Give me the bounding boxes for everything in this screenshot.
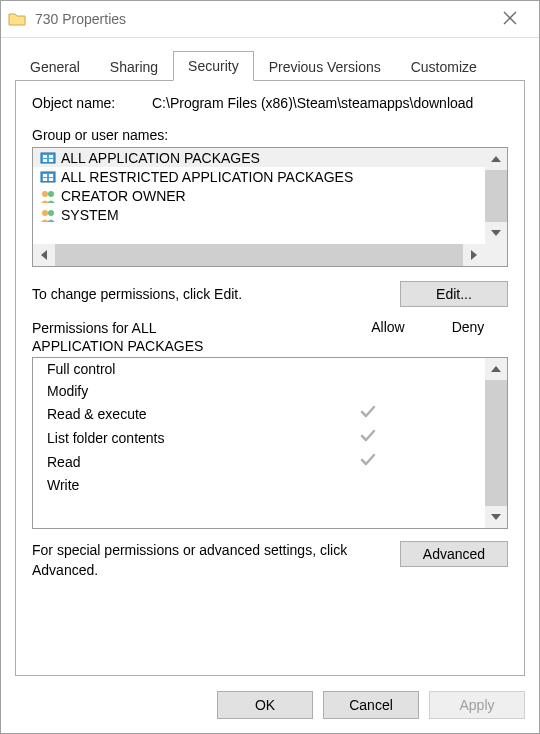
list-item[interactable]: ALL APPLICATION PACKAGES xyxy=(33,148,485,167)
check-icon xyxy=(360,453,376,467)
group-names-label: Group or user names: xyxy=(32,127,508,143)
titlebar: 730 Properties xyxy=(1,1,539,38)
perm-name: Full control xyxy=(47,361,329,377)
list-item-label: CREATOR OWNER xyxy=(61,188,186,204)
tab-customize[interactable]: Customize xyxy=(396,52,492,81)
svg-rect-9 xyxy=(49,178,53,181)
scroll-thumb[interactable] xyxy=(485,170,507,222)
advanced-button[interactable]: Advanced xyxy=(400,541,508,567)
scroll-thumb[interactable] xyxy=(485,380,507,506)
perm-name: List folder contents xyxy=(47,430,329,446)
scroll-corner xyxy=(485,244,507,266)
tab-sharing[interactable]: Sharing xyxy=(95,52,173,81)
edit-hint-text: To change permissions, click Edit. xyxy=(32,286,400,302)
properties-dialog: 730 Properties General Sharing Security … xyxy=(0,0,540,734)
list-item[interactable]: ALL RESTRICTED APPLICATION PACKAGES xyxy=(33,167,485,186)
perm-name: Read xyxy=(47,454,329,470)
perm-row: Read xyxy=(33,450,485,474)
svg-rect-3 xyxy=(43,159,47,162)
apply-button[interactable]: Apply xyxy=(429,691,525,719)
perm-title-line2: APPLICATION PACKAGES xyxy=(32,338,203,354)
permissions-listbox[interactable]: Full control Modify Read & execute xyxy=(32,357,508,529)
perm-name: Modify xyxy=(47,383,329,399)
dialog-body: General Sharing Security Previous Versio… xyxy=(1,38,539,676)
svg-point-12 xyxy=(42,210,48,216)
tab-general[interactable]: General xyxy=(15,52,95,81)
list-item-label: ALL APPLICATION PACKAGES xyxy=(61,150,260,166)
people-icon xyxy=(39,188,57,204)
edit-button[interactable]: Edit... xyxy=(400,281,508,307)
folder-icon xyxy=(7,9,27,29)
horizontal-scrollbar[interactable] xyxy=(33,244,507,266)
scroll-thumb[interactable] xyxy=(55,244,463,266)
check-icon xyxy=(360,405,376,419)
svg-rect-7 xyxy=(49,174,53,177)
advanced-hint-row: For special permissions or advanced sett… xyxy=(32,541,508,580)
svg-point-10 xyxy=(42,191,48,197)
user-list-inner: ALL APPLICATION PACKAGES ALL RESTRICTED … xyxy=(33,148,485,244)
list-item-label: ALL RESTRICTED APPLICATION PACKAGES xyxy=(61,169,353,185)
svg-rect-2 xyxy=(49,155,53,158)
tab-security[interactable]: Security xyxy=(173,51,254,81)
cancel-button[interactable]: Cancel xyxy=(323,691,419,719)
scroll-up-icon[interactable] xyxy=(485,148,507,170)
dialog-footer: OK Cancel Apply xyxy=(1,676,539,733)
edit-hint-row: To change permissions, click Edit. Edit.… xyxy=(32,281,508,307)
scroll-down-icon[interactable] xyxy=(485,506,507,528)
close-icon[interactable] xyxy=(487,11,533,28)
tab-panel-security: Object name: C:\Program Files (x86)\Stea… xyxy=(15,80,525,676)
vertical-scrollbar[interactable] xyxy=(485,148,507,244)
perm-row: Full control xyxy=(33,358,485,380)
svg-rect-1 xyxy=(43,155,47,158)
perm-name: Write xyxy=(47,477,329,493)
object-name-label: Object name: xyxy=(32,95,152,111)
list-item-label: SYSTEM xyxy=(61,207,119,223)
list-item[interactable]: SYSTEM xyxy=(33,205,485,224)
deny-column-header: Deny xyxy=(428,319,508,355)
vertical-scrollbar[interactable] xyxy=(485,358,507,528)
check-icon xyxy=(360,429,376,443)
svg-rect-6 xyxy=(43,174,47,177)
perm-title-line1: Permissions for ALL xyxy=(32,320,157,336)
list-item[interactable]: CREATOR OWNER xyxy=(33,186,485,205)
object-name-row: Object name: C:\Program Files (x86)\Stea… xyxy=(32,95,508,111)
advanced-hint-text: For special permissions or advanced sett… xyxy=(32,541,400,580)
permissions-inner: Full control Modify Read & execute xyxy=(33,358,485,528)
package-icon xyxy=(39,150,57,166)
svg-point-13 xyxy=(48,210,54,216)
package-icon xyxy=(39,169,57,185)
perm-name: Read & execute xyxy=(47,406,329,422)
perm-row: List folder contents xyxy=(33,426,485,450)
permissions-for-label: Permissions for ALL APPLICATION PACKAGES xyxy=(32,319,348,355)
tabstrip: General Sharing Security Previous Versio… xyxy=(15,50,525,80)
scroll-up-icon[interactable] xyxy=(485,358,507,380)
ok-button[interactable]: OK xyxy=(217,691,313,719)
perm-allow-check xyxy=(329,453,407,471)
object-name-value: C:\Program Files (x86)\Steam\steamapps\d… xyxy=(152,95,508,111)
scroll-down-icon[interactable] xyxy=(485,222,507,244)
svg-rect-4 xyxy=(49,159,53,162)
perm-allow-check xyxy=(329,429,407,447)
tab-previous-versions[interactable]: Previous Versions xyxy=(254,52,396,81)
people-icon xyxy=(39,207,57,223)
svg-point-11 xyxy=(48,191,54,197)
permissions-header: Permissions for ALL APPLICATION PACKAGES… xyxy=(32,319,508,355)
allow-column-header: Allow xyxy=(348,319,428,355)
perm-allow-check xyxy=(329,405,407,423)
svg-rect-8 xyxy=(43,178,47,181)
scroll-left-icon[interactable] xyxy=(33,244,55,266)
perm-row: Modify xyxy=(33,380,485,402)
perm-row: Read & execute xyxy=(33,402,485,426)
user-listbox[interactable]: ALL APPLICATION PACKAGES ALL RESTRICTED … xyxy=(32,147,508,267)
scroll-right-icon[interactable] xyxy=(463,244,485,266)
window-title: 730 Properties xyxy=(35,11,487,27)
perm-row: Write xyxy=(33,474,485,496)
